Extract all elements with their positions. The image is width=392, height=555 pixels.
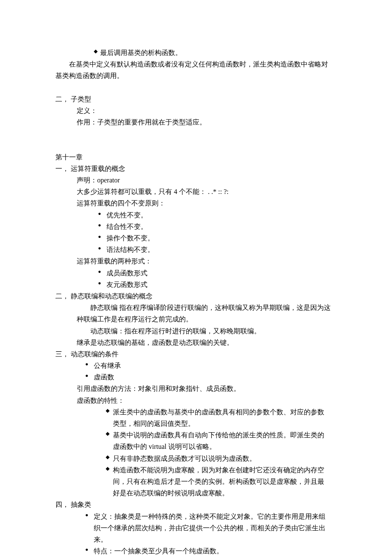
- section-heading: 二， 子类型: [55, 93, 337, 105]
- body-line: 作用：子类型的重要作用就在于类型适应。: [55, 116, 337, 128]
- bullet-circle: 语法结构不变。: [55, 244, 337, 255]
- bullet-continuation: 间，只有在构造后才是一个类的实例。析构函数可以是虚寒酸，并且最: [55, 476, 337, 487]
- bullet-circle: 定义：抽象类是一种特殊的类，这种类不能定义对象。它的主要作用是用来组: [55, 511, 337, 522]
- bullet-diamond: 只有非静态数据成员函数才可以说明为虚函数。: [55, 453, 337, 464]
- bullet-diamond: 派生类中的虚函数与基类中的虚函数具有相同的参数个数、对应的参数: [55, 406, 337, 418]
- body-line: 继承是动态联编的基础，虚函数是动态联编的关键。: [55, 337, 337, 348]
- bullet-circle: 公有继承: [55, 360, 337, 371]
- bullet-circle: 操作个数不变。: [55, 232, 337, 244]
- paragraph: 静态联编 指在程序编译阶段进行联编的，这种联编又称为早期联编，这是因为这: [55, 302, 337, 313]
- chapter-heading: 第十一章: [55, 151, 337, 163]
- bullet-continuation: 织一个继承的层次结构，并由它提供一个公共的根，而相关的子类由它派生出: [55, 522, 337, 534]
- section-heading: 二， 静态联编和动态联编的概念: [55, 290, 337, 302]
- bullet-continuation: 好是在动态联编的时候说明成虚寒酸。: [55, 487, 337, 499]
- spacer: [55, 140, 337, 151]
- bullet-circle: 优先性不变。: [55, 209, 337, 221]
- paragraph-continuation: 种联编工作是在程序运行之前完成的。: [55, 313, 337, 325]
- bullet-diamond: 构造函数不能说明为虚寒酸，因为对象在创建时它还没有确定的内存空: [55, 464, 337, 476]
- bullet-circle: 虚函数: [55, 371, 337, 383]
- body-line: 大多少运算符都可以重载，只有 4 个不能： . .* :: ?:: [55, 186, 337, 197]
- spacer: [55, 82, 337, 93]
- section-heading: 四， 抽象类: [55, 499, 337, 510]
- bullet-continuation: 来。: [55, 534, 337, 545]
- bullet-diamond: 基类中说明的虚函数具有自动向下传给他的派生类的性质。即派生类的: [55, 429, 337, 441]
- section-heading: 三， 动态联编的条件: [55, 348, 337, 360]
- bullet-circle: 结合性不变。: [55, 221, 337, 232]
- body-line: 运算符重载的四个不变原则：: [55, 197, 337, 209]
- body-line: 声明：operator: [55, 174, 337, 186]
- section-heading: 一， 运算符重载的概念: [55, 163, 337, 174]
- body-line: 引用虚函数的方法：对象引用和对象指针、成员函数。: [55, 383, 337, 394]
- bullet-continuation: 类型，相同的返回值类型。: [55, 418, 337, 429]
- body-line: 定义：: [55, 105, 337, 116]
- bullet-continuation: 虚函数中的 virtual 说明可以省略。: [55, 441, 337, 452]
- paragraph: 动态联编：指在程序运行时进行的联编，又称晚期联编。: [55, 325, 337, 337]
- document-page: 最后调用基类的析构函数。 在基类中定义有默认构造函数或者没有定义任何构造函数时，…: [0, 0, 392, 555]
- spacer: [55, 128, 337, 139]
- paragraph-continuation: 基类构造函数的调用。: [55, 70, 337, 81]
- body-line: 虚函数的特性：: [55, 395, 337, 406]
- bullet-diamond: 最后调用基类的析构函数。: [55, 47, 337, 58]
- bullet-circle: 成员函数形式: [55, 267, 337, 279]
- body-line: 运算符重载的两种形式：: [55, 255, 337, 267]
- bullet-circle: 友元函数形式: [55, 279, 337, 290]
- paragraph: 在基类中定义有默认构造函数或者没有定义任何构造函数时，派生类构造函数中省略对: [55, 58, 337, 70]
- bullet-circle: 特点：一个抽象类至少具有一个纯虚函数。: [55, 545, 337, 555]
